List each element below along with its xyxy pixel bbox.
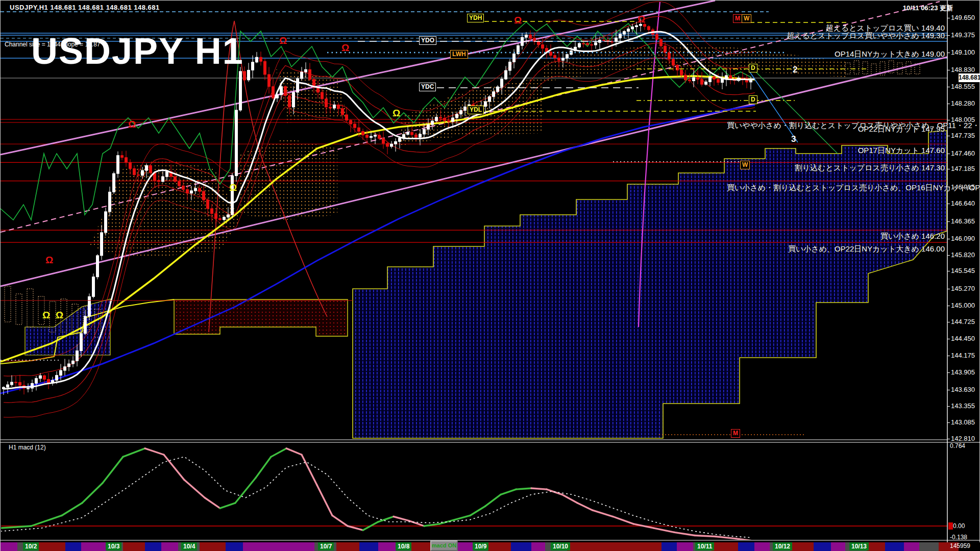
signal-symbol-red: Ω: [341, 42, 349, 54]
price-tick-mark: [947, 87, 950, 87]
price-tick-mark: [947, 35, 950, 36]
price-tick-label: 143.630: [951, 386, 975, 393]
price-tick-mark: [947, 439, 950, 439]
date-label: 10/13: [849, 542, 869, 550]
price-tick-label: 143.355: [951, 402, 975, 410]
session-segment: [378, 542, 396, 551]
order-annotation: OP17日NYカット 147.60: [858, 146, 945, 156]
pivot-badge-m: M: [733, 14, 742, 23]
price-tick-label: 146.365: [951, 217, 975, 225]
date-label: 10/8: [396, 542, 411, 550]
price-tick-label: 143.905: [951, 368, 975, 376]
date-label: 10/10: [551, 542, 570, 550]
price-tick-label: 142.810: [951, 435, 975, 442]
wave-number: 2: [793, 65, 797, 75]
price-tick-label: 148.555: [951, 83, 975, 90]
price-tick-mark: [947, 390, 950, 390]
price-tick-label: 145.820: [951, 251, 975, 259]
macd-axis-value: 145959: [950, 542, 970, 549]
session-segment: [754, 542, 770, 551]
signal-symbol-yellow: Ω: [42, 310, 50, 321]
macd-axis-value: 0.764: [950, 442, 965, 449]
price-tick-label: 143.085: [951, 418, 975, 426]
watermark-symbol: USDJPY H1: [31, 30, 244, 72]
order-annotation: OP22日NYカット 147.95: [858, 124, 945, 134]
wave-number: 3: [791, 134, 796, 144]
price-tick-mark: [947, 422, 950, 423]
price-tick-mark: [947, 169, 950, 169]
price-tick-mark: [947, 53, 950, 53]
session-segment: [511, 542, 531, 551]
macd-panel-label: H1 macd (12): [9, 444, 46, 451]
price-tick-mark: [947, 271, 950, 271]
date-label: 10/7: [318, 542, 334, 550]
price-tick-label: 145.270: [951, 285, 975, 292]
session-segment: [161, 542, 178, 551]
price-tick-label: 146.640: [951, 199, 975, 207]
price-tick-mark: [947, 221, 950, 222]
pivot-badge-w: W: [740, 161, 750, 169]
signal-symbol-yellow: Ω: [393, 108, 400, 119]
price-tick-label: 149.650: [951, 14, 975, 21]
session-segment: [831, 542, 845, 551]
signal-symbol-yellow: Ω: [56, 310, 63, 321]
session-segment: [81, 542, 107, 551]
session-segment: [904, 542, 919, 551]
price-tick-label: 145.545: [951, 267, 975, 274]
price-tick-label: 148.280: [951, 99, 975, 107]
session-segment: [243, 542, 314, 551]
macd-axis-value: 0.00: [953, 522, 965, 530]
session-segment: [226, 542, 243, 551]
pivot-badge-d: D: [749, 95, 757, 104]
session-segment: [145, 542, 161, 551]
session-segment: [359, 542, 378, 551]
last-updated-label: 10/11 06:23 更新: [903, 4, 953, 13]
price-tick-mark: [947, 70, 950, 70]
price-tick-label: 145.000: [951, 302, 975, 309]
session-segment: [712, 542, 738, 551]
chart-window: USDJPY,H1 148.681 148.681 148.681 148.68…: [0, 0, 980, 551]
session-segment: [531, 542, 545, 551]
price-tick-label: 144.725: [951, 318, 975, 325]
session-segment: [123, 542, 145, 551]
signal-symbol-red: Ω: [45, 255, 53, 266]
price-tick-mark: [947, 18, 950, 18]
session-segment: [39, 542, 65, 551]
signal-symbol-red: Ω: [638, 14, 645, 25]
signal-symbol-yellow: Ω: [229, 182, 237, 193]
session-time-strip[interactable]: [1, 542, 980, 551]
session-segment: [65, 542, 81, 551]
price-tick-label: 149.100: [951, 48, 975, 56]
symbol-ohlc-line: USDJPY,H1 148.681 148.681 148.681 148.68…: [10, 4, 160, 11]
price-tick-label: 146.090: [951, 235, 975, 242]
order-annotation: OP14日NYカット大きめ 149.00: [835, 49, 945, 59]
price-tick-mark: [947, 406, 950, 407]
session-segment: [567, 542, 662, 551]
price-tick-label: 147.185: [951, 165, 975, 172]
session-segment: [790, 542, 814, 551]
signal-symbol-red: Ω: [279, 35, 287, 46]
price-tick-label: 144.175: [951, 352, 975, 359]
price-tick-mark: [947, 120, 950, 120]
price-tick-mark: [947, 255, 950, 256]
price-tick-mark: [947, 239, 950, 239]
pivot-badge-ydo: YDO: [419, 36, 436, 45]
session-segment: [677, 542, 693, 551]
pivot-badge-d: D: [749, 64, 757, 72]
pivot-badge-m: M: [731, 429, 740, 438]
pivot-badge-ydl: YDL: [468, 106, 484, 114]
price-chart-canvas[interactable]: [1, 1, 980, 551]
order-annotation: 買い小さめ・割り込むとストップロス売り小さめ、OP16日NYカット/OP: [727, 183, 980, 193]
session-segment: [336, 542, 359, 551]
price-tick-mark: [947, 289, 950, 289]
price-tick-mark: [947, 322, 950, 322]
session-segment: [488, 542, 511, 551]
price-tick-label: 147.460: [951, 149, 975, 157]
price-tick-label: 148.830: [951, 66, 975, 73]
price-tick-label: 149.375: [951, 31, 975, 39]
price-tick-label: 147.735: [951, 132, 975, 139]
date-label: 10/2: [23, 542, 39, 550]
price-tick-mark: [947, 372, 950, 373]
price-tick-mark: [947, 356, 950, 356]
macd-toggle-button[interactable]: macd ON: [430, 540, 458, 551]
